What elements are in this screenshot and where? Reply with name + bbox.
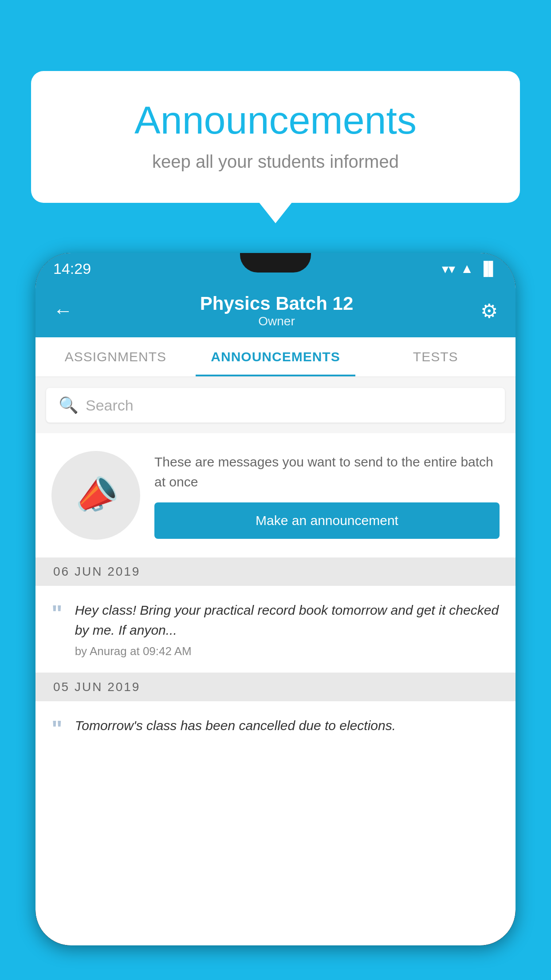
announcement-content-1: Hey class! Bring your practical record b… [75,600,500,658]
announcement-item-1[interactable]: " Hey class! Bring your practical record… [35,586,516,673]
quote-icon-1: " [51,602,63,625]
date-separator-2: 05 JUN 2019 [35,673,516,701]
announcement-content-2: Tomorrow's class has been cancelled due … [75,715,396,740]
search-icon: 🔍 [59,396,79,415]
date-separator-1: 06 JUN 2019 [35,557,516,586]
announcement-text-2: Tomorrow's class has been cancelled due … [75,715,396,735]
settings-icon[interactable]: ⚙ [480,300,498,322]
speech-bubble-subtitle: keep all your students informed [67,152,484,172]
promo-card: 📣 These are messages you want to send to… [35,433,516,557]
status-time: 14:29 [53,260,91,277]
signal-icon: ▲ [460,261,474,276]
batch-title: Physics Batch 12 [200,293,354,314]
header-center: Physics Batch 12 Owner [200,293,354,328]
tab-tests[interactable]: TESTS [355,337,516,376]
announcement-meta-1: by Anurag at 09:42 AM [75,644,500,658]
search-placeholder: Search [86,397,134,414]
search-bar[interactable]: 🔍 Search [46,388,505,423]
status-icons: ▾▾ ▲ ▐▌ [442,261,498,277]
phone-content: 🔍 Search 📣 These are messages you want t… [35,377,516,755]
phone-frame: 14:29 ▾▾ ▲ ▐▌ ← Physics Batch 12 Owner ⚙ [35,253,516,945]
phone-container: 14:29 ▾▾ ▲ ▐▌ ← Physics Batch 12 Owner ⚙ [35,253,516,980]
tab-announcements[interactable]: ANNOUNCEMENTS [196,337,356,376]
battery-icon: ▐▌ [479,261,498,276]
make-announcement-button[interactable]: Make an announcement [154,502,500,539]
speech-bubble-title: Announcements [67,98,484,143]
announcement-item-2[interactable]: " Tomorrow's class has been cancelled du… [35,701,516,755]
promo-description: These are messages you want to send to t… [154,452,500,492]
megaphone-circle: 📣 [51,451,140,540]
speech-bubble: Announcements keep all your students inf… [31,71,520,203]
owner-label: Owner [200,314,354,328]
back-button[interactable]: ← [53,300,73,322]
megaphone-icon: 📣 [69,470,123,522]
app-header: ← Physics Batch 12 Owner ⚙ [35,284,516,337]
tabs-bar: ASSIGNMENTS ANNOUNCEMENTS TESTS [35,337,516,377]
announcement-text-1: Hey class! Bring your practical record b… [75,600,500,640]
phone-notch [240,253,311,273]
phone-screen: 14:29 ▾▾ ▲ ▐▌ ← Physics Batch 12 Owner ⚙ [35,253,516,945]
promo-right: These are messages you want to send to t… [154,452,500,539]
tab-assignments[interactable]: ASSIGNMENTS [35,337,196,376]
wifi-icon: ▾▾ [442,261,455,277]
speech-bubble-container: Announcements keep all your students inf… [31,71,520,203]
quote-icon-2: " [51,717,63,740]
